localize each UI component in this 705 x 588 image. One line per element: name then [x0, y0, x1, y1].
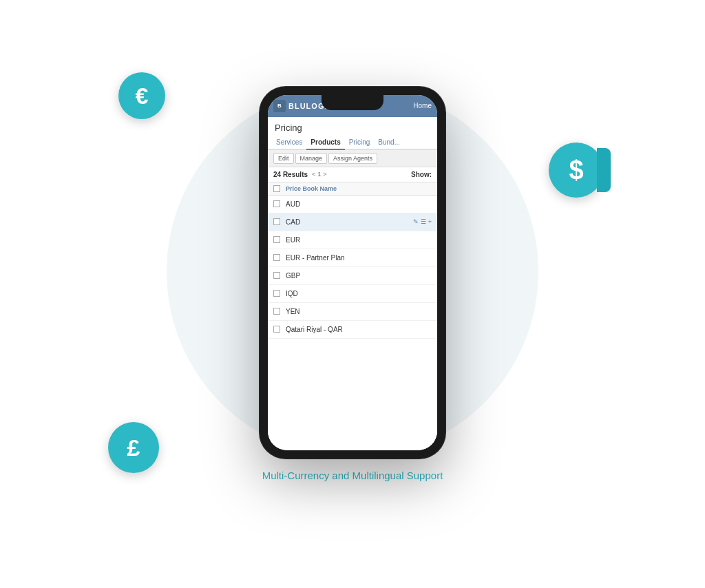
column-header-name: Price Book Name: [286, 185, 337, 192]
edit-button[interactable]: Edit: [273, 153, 294, 164]
toolbar: Edit Manage Assign Agents: [268, 150, 437, 167]
show-label: Show:: [411, 171, 432, 178]
row-currency-name[interactable]: Qatari Riyal - QAR: [286, 326, 432, 333]
table-row: AUD: [268, 196, 437, 213]
dollar-icon: $: [569, 156, 583, 185]
row-currency-name[interactable]: IQD: [286, 290, 432, 297]
table-row: GBP: [268, 267, 437, 285]
table-header: Price Book Name: [268, 182, 437, 196]
pound-badge: £: [108, 422, 159, 473]
row-checkbox[interactable]: [273, 200, 280, 207]
price-table: Price Book Name AUD CAD ✎: [268, 182, 437, 450]
row-currency-name[interactable]: AUD: [286, 200, 432, 208]
tab-products[interactable]: Products: [306, 136, 344, 150]
scene: € $ £ B BLULOGIA Home: [43, 25, 662, 563]
table-row: IQD: [268, 285, 437, 303]
phone-mockup: B BLULOGIA Home Pricing Services Product…: [260, 87, 445, 459]
phone-screen: B BLULOGIA Home Pricing Services Product…: [268, 95, 437, 450]
row-checkbox[interactable]: [273, 308, 280, 315]
phone-notch: [322, 95, 383, 110]
select-all-checkbox[interactable]: [273, 185, 280, 192]
caption-text: Multi-Currency and Multilingual Support: [262, 470, 443, 481]
current-page: 1: [317, 171, 321, 178]
row-checkbox[interactable]: [273, 290, 280, 297]
table-row: CAD ✎ ☰ +: [268, 213, 437, 231]
euro-icon: €: [136, 83, 149, 109]
next-page-button[interactable]: >: [323, 171, 326, 178]
assign-agents-button[interactable]: Assign Agents: [328, 153, 377, 164]
tab-pricing[interactable]: Pricing: [345, 136, 375, 150]
tabs-bar: Services Products Pricing Bund...: [268, 136, 437, 150]
prev-page-button[interactable]: <: [312, 171, 315, 178]
table-row: YEN: [268, 303, 437, 321]
table-row: Qatari Riyal - QAR: [268, 321, 437, 339]
row-currency-name[interactable]: EUR: [286, 236, 432, 244]
row-currency-name[interactable]: GBP: [286, 272, 432, 280]
row-currency-name[interactable]: EUR - Partner Plan: [286, 254, 432, 262]
row-checkbox[interactable]: [273, 236, 280, 243]
row-checkbox[interactable]: [273, 254, 280, 261]
tab-bundles[interactable]: Bund...: [374, 136, 404, 150]
add-icon[interactable]: +: [428, 218, 432, 225]
results-count: 24 Results: [273, 171, 308, 178]
table-row: EUR: [268, 231, 437, 249]
edit-icon[interactable]: ✎: [413, 218, 419, 225]
row-checkbox[interactable]: [273, 326, 280, 333]
pagination: < 1 >: [312, 171, 327, 178]
row-actions: ✎ ☰ +: [413, 218, 432, 225]
dollar-badge: $: [549, 143, 604, 198]
row-currency-name[interactable]: CAD: [286, 218, 413, 226]
list-icon[interactable]: ☰: [421, 218, 426, 225]
tab-services[interactable]: Services: [272, 136, 306, 150]
page-content: Pricing Services Products Pricing Bund..…: [268, 117, 437, 450]
page-title: Pricing: [268, 117, 437, 136]
euro-badge: €: [118, 72, 165, 119]
row-checkbox[interactable]: [273, 218, 280, 225]
home-link[interactable]: Home: [413, 102, 432, 109]
phone-frame: B BLULOGIA Home Pricing Services Product…: [260, 87, 445, 459]
pound-icon: £: [127, 434, 140, 461]
row-checkbox[interactable]: [273, 272, 280, 279]
row-currency-name[interactable]: YEN: [286, 308, 432, 315]
results-bar: 24 Results < 1 > Show:: [268, 167, 437, 182]
logo-icon: B: [273, 100, 286, 112]
table-row: EUR - Partner Plan: [268, 249, 437, 267]
manage-button[interactable]: Manage: [295, 153, 328, 164]
